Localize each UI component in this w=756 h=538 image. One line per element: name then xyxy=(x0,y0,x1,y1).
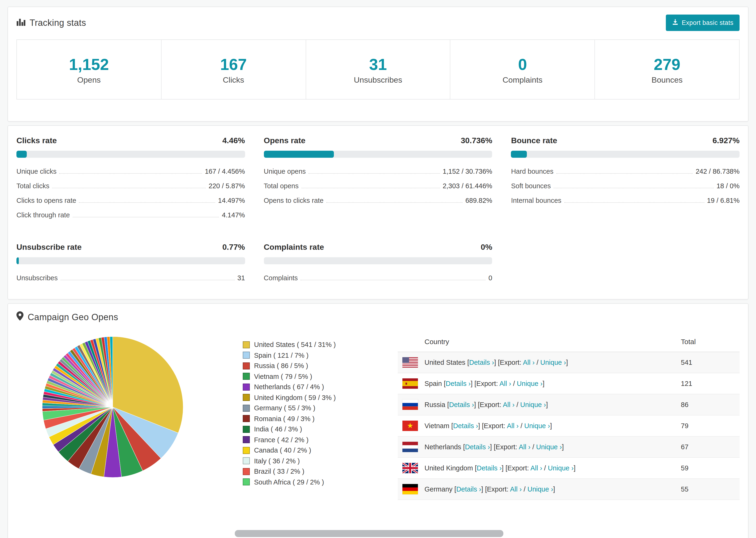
rate-percent: 0.77% xyxy=(222,243,245,252)
stat-row: Clicks to opens rate 14.497% xyxy=(17,193,245,207)
export-unique-link[interactable]: Unique › xyxy=(548,464,574,472)
stat-row-label: Click through rate xyxy=(17,211,70,219)
legend-swatch xyxy=(243,478,250,485)
dotted-leader xyxy=(300,280,486,280)
stat-label: Complaints xyxy=(451,76,595,85)
export-all-link[interactable]: All › xyxy=(507,422,519,430)
dotted-leader xyxy=(79,202,215,202)
details-link[interactable]: Details › xyxy=(453,422,478,430)
details-link[interactable]: Details › xyxy=(477,464,502,472)
export-all-link[interactable]: All › xyxy=(503,401,514,408)
export-basic-stats-button[interactable]: Export basic stats xyxy=(666,15,739,31)
stat-row-value: 18 / 0% xyxy=(717,182,739,189)
rates-card: Clicks rate 4.46% Unique clicks 167 / 4.… xyxy=(8,125,748,299)
table-row: United States [Details ›] [Export: All ›… xyxy=(398,352,739,373)
legend-swatch xyxy=(243,468,250,475)
export-unique-link[interactable]: Unique › xyxy=(520,401,546,408)
horizontal-scrollbar-thumb[interactable] xyxy=(235,530,503,537)
stat-row-value: 2,303 / 61.446% xyxy=(443,182,492,189)
export-icon xyxy=(672,19,678,27)
stat-row-value: 220 / 5.87% xyxy=(209,182,245,189)
export-all-link[interactable]: All › xyxy=(530,464,542,472)
stat-value: 0 xyxy=(451,55,595,74)
legend-label: Spain ( 121 / 7% ) xyxy=(254,351,308,359)
stat-row: Unique opens 1,152 / 30.736% xyxy=(264,164,492,178)
viewport: Tracking stats Export basic stats 1,152 … xyxy=(0,0,756,538)
legend-swatch xyxy=(243,457,250,464)
stat-row-value: 4.147% xyxy=(222,211,245,219)
table-row: Vietnam [Details ›] [Export: All › / Uni… xyxy=(398,415,739,437)
export-unique-link[interactable]: Unique › xyxy=(540,359,566,366)
export-unique-link[interactable]: Unique › xyxy=(517,380,543,387)
country-total: 55 xyxy=(681,485,735,493)
stat-row-label: Unique opens xyxy=(264,167,306,175)
legend-label: India ( 46 / 3% ) xyxy=(254,425,302,433)
rate-panel: Opens rate 30.736% Unique opens 1,152 / … xyxy=(264,136,492,222)
legend-item: Brazil ( 33 / 2% ) xyxy=(243,467,398,475)
legend-swatch xyxy=(243,436,250,443)
details-link[interactable]: Details › xyxy=(446,380,470,387)
legend-item: Vietnam ( 79 / 5% ) xyxy=(243,372,398,380)
rate-panel: Complaints rate 0% Complaints 0 xyxy=(264,243,492,285)
details-link[interactable]: Details › xyxy=(469,359,494,366)
details-link[interactable]: Details › xyxy=(456,485,481,493)
export-all-link[interactable]: All › xyxy=(523,359,535,366)
dotted-leader xyxy=(59,173,202,174)
stat-box: 0 Complaints xyxy=(450,39,595,99)
dotted-leader xyxy=(564,202,704,202)
legend-item: Italy ( 36 / 2% ) xyxy=(243,457,398,464)
stat-label: Bounces xyxy=(595,76,739,85)
legend-item: Germany ( 55 / 3% ) xyxy=(243,404,398,412)
country-cell: Netherlands [Details ›] [Export: All › /… xyxy=(424,443,681,451)
geo-body: United States ( 541 / 31% ) Spain ( 121 … xyxy=(8,325,748,500)
legend-label: Canada ( 40 / 2% ) xyxy=(254,447,311,454)
legend-item: India ( 46 / 3% ) xyxy=(243,425,398,433)
details-link[interactable]: Details › xyxy=(465,443,490,451)
table-row: United Kingdom [Details ›] [Export: All … xyxy=(398,458,739,479)
progress-bar xyxy=(17,257,245,264)
country-name: Spain xyxy=(424,380,442,387)
dotted-leader xyxy=(61,280,235,280)
legend-item: United Kingdom ( 59 / 3% ) xyxy=(243,394,398,401)
export-all-link[interactable]: All › xyxy=(519,443,530,451)
geo-legend: United States ( 541 / 31% ) Spain ( 121 … xyxy=(243,326,398,500)
legend-swatch xyxy=(243,362,250,369)
rate-panel: Clicks rate 4.46% Unique clicks 167 / 4.… xyxy=(17,136,245,222)
rate-title: Bounce rate xyxy=(511,136,557,145)
stat-row-value: 167 / 4.456% xyxy=(205,167,245,175)
stat-box: 1,152 Opens xyxy=(17,39,162,99)
geo-opens-title: Campaign Geo Opens xyxy=(17,311,118,323)
rate-panel: Bounce rate 6.927% Hard bounces 242 / 86… xyxy=(511,136,739,222)
flag-icon-gb xyxy=(403,463,418,473)
legend-swatch xyxy=(243,447,250,454)
legend-swatch xyxy=(243,394,250,401)
geo-pie-chart xyxy=(17,326,243,500)
legend-swatch xyxy=(243,404,250,411)
stat-row-label: Total clicks xyxy=(17,182,49,189)
table-row: Spain [Details ›] [Export: All › / Uniqu… xyxy=(398,373,739,394)
export-all-link[interactable]: All › xyxy=(510,485,522,493)
export-unique-link[interactable]: Unique › xyxy=(524,422,550,430)
country-name: Russia xyxy=(424,401,445,408)
export-all-link[interactable]: All › xyxy=(499,380,511,387)
progress-bar-fill xyxy=(511,151,527,158)
tracking-stats-card: Tracking stats Export basic stats 1,152 … xyxy=(8,7,748,122)
country-cell: United Kingdom [Details ›] [Export: All … xyxy=(424,464,681,472)
rate-percent: 6.927% xyxy=(713,136,739,145)
stat-row-label: Internal bounces xyxy=(511,196,561,204)
legend-label: South Africa ( 29 / 2% ) xyxy=(254,478,324,486)
country-total: 541 xyxy=(681,359,735,366)
rate-title: Unsubscribe rate xyxy=(17,243,82,252)
stat-row-label: Total opens xyxy=(264,182,298,189)
stat-value: 279 xyxy=(595,55,739,74)
stat-row-value: 0 xyxy=(489,274,492,282)
stat-value: 167 xyxy=(162,55,306,74)
stat-label: Opens xyxy=(17,76,161,85)
country-cell: Russia [Details ›] [Export: All › / Uniq… xyxy=(424,401,681,408)
legend-swatch xyxy=(243,426,250,433)
progress-bar xyxy=(264,151,492,158)
details-link[interactable]: Details › xyxy=(449,401,474,408)
location-pin-icon xyxy=(17,311,24,323)
export-unique-link[interactable]: Unique › xyxy=(527,485,553,493)
export-unique-link[interactable]: Unique › xyxy=(536,443,562,451)
